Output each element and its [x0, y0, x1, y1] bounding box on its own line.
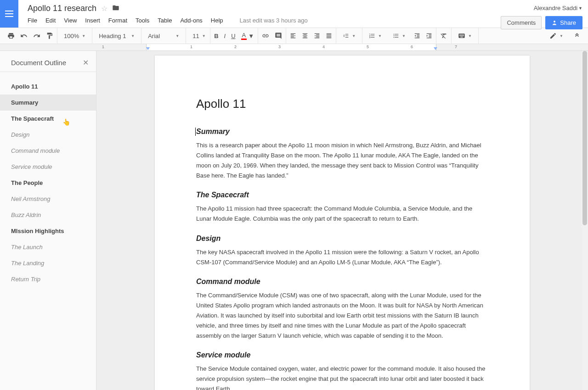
toolbar: 100%▼ Heading 1▼ Arial▼ 11▼ B I U A▼ ▼	[0, 28, 588, 44]
outline-item[interactable]: Neil Armstrong	[0, 191, 96, 207]
font-size-select[interactable]: 11▼	[190, 33, 206, 39]
outline-item[interactable]: Summary	[0, 95, 96, 111]
ruler-number: 2	[234, 45, 237, 49]
document-canvas[interactable]: Apollo 11 SummaryThis is a research pape…	[96, 51, 588, 390]
ruler-number: 5	[367, 45, 369, 49]
svg-rect-2	[5, 16, 13, 17]
menu-file[interactable]: File	[28, 17, 37, 24]
outline-item[interactable]: Buzz Aldrin	[0, 207, 96, 223]
outline-title: Document Outline	[11, 59, 66, 67]
doc-heading-2[interactable]: The Spacecraft	[196, 191, 488, 199]
paint-format-icon[interactable]	[46, 32, 53, 39]
menu-edit[interactable]: Edit	[45, 17, 56, 24]
menu-view[interactable]: View	[64, 17, 77, 24]
outline-item[interactable]: Apollo 11	[0, 78, 96, 95]
ruler-number: 6	[411, 45, 413, 49]
ruler-number: 3	[278, 45, 281, 49]
ruler-number: 1	[190, 45, 192, 49]
ruler-number: 4	[322, 45, 325, 49]
outline-item[interactable]: Design	[0, 127, 96, 143]
doc-paragraph[interactable]: This is a research paper about the Apoll…	[196, 140, 488, 181]
input-tools-button[interactable]: ▼	[455, 32, 475, 39]
bulleted-list-button[interactable]: ▼	[390, 33, 408, 39]
doc-heading-2[interactable]: Design	[196, 234, 488, 243]
horizontal-ruler[interactable]: 11234567	[0, 44, 588, 51]
menu-table[interactable]: Table	[158, 17, 172, 24]
doc-paragraph[interactable]: The Command/Service Module (CSM) was one…	[196, 290, 488, 341]
outline-item[interactable]: MIssion Highlights	[0, 223, 96, 239]
outline-item[interactable]: Command module	[0, 143, 96, 159]
undo-icon[interactable]	[20, 32, 28, 39]
doc-paragraph[interactable]: The Apollo 11 mission had three spacecra…	[196, 204, 488, 224]
outline-item[interactable]: Service module	[0, 159, 96, 175]
align-left-icon[interactable]	[290, 33, 296, 39]
outline-item[interactable]: The Launch	[0, 239, 96, 255]
insert-comment-icon[interactable]	[275, 32, 282, 39]
increase-indent-icon[interactable]	[426, 33, 432, 39]
numbered-list-button[interactable]: ▼	[366, 33, 384, 39]
doc-paragraph[interactable]: The Service Module contained oxygen, wat…	[196, 364, 488, 390]
decrease-indent-icon[interactable]	[414, 33, 420, 39]
svg-rect-1	[5, 13, 13, 14]
menu-insert[interactable]: Insert	[85, 17, 100, 24]
share-button[interactable]: Share	[545, 16, 582, 29]
bold-button[interactable]: B	[214, 33, 218, 39]
scrollbar-thumb[interactable]	[582, 51, 587, 225]
menu-format[interactable]: Format	[108, 17, 127, 24]
menu-addons[interactable]: Add-ons	[180, 17, 202, 24]
doc-heading-2[interactable]: Command module	[196, 278, 488, 286]
svg-rect-0	[5, 11, 13, 11]
folder-icon[interactable]	[112, 4, 119, 13]
align-center-icon[interactable]	[302, 33, 308, 39]
outline-item[interactable]: The Landing	[0, 255, 96, 271]
account-name[interactable]: Alexandre Saddi ▼	[534, 5, 582, 11]
outline-item[interactable]: The People	[0, 175, 96, 191]
redo-icon[interactable]	[33, 32, 40, 39]
doc-heading-2[interactable]: Summary	[196, 128, 488, 136]
outline-item[interactable]: Return Trip	[0, 271, 96, 287]
insert-link-icon[interactable]	[262, 32, 269, 39]
menu-tools[interactable]: Tools	[136, 17, 149, 24]
text-color-button[interactable]: A▼	[241, 32, 254, 40]
italic-button[interactable]: I	[224, 33, 226, 39]
title-bar: Apollo 11 research ☆ File Edit View Inse…	[0, 0, 588, 28]
zoom-select[interactable]: 100%▼	[61, 33, 88, 39]
clear-formatting-icon[interactable]	[440, 32, 447, 39]
align-justify-icon[interactable]	[326, 33, 332, 39]
doc-paragraph[interactable]: The key NASA spacecraft involved in the …	[196, 247, 488, 267]
paragraph-style-select[interactable]: Heading 1▼	[96, 33, 137, 39]
outline-item[interactable]: The Spacecraft	[0, 111, 96, 127]
menu-help[interactable]: Help	[211, 17, 223, 24]
document-title[interactable]: Apollo 11 research	[28, 4, 96, 13]
close-outline-icon[interactable]: ✕	[83, 58, 89, 67]
underline-button[interactable]: U	[231, 33, 235, 39]
line-spacing-button[interactable]: ▼	[340, 33, 358, 39]
align-right-icon[interactable]	[314, 33, 320, 39]
page[interactable]: Apollo 11 SummaryThis is a research pape…	[155, 56, 530, 390]
last-edit-text: Last edit was 3 hours ago	[240, 17, 308, 24]
document-outline-panel: Document Outline ✕ Apollo 11SummaryThe S…	[0, 51, 96, 390]
editing-mode-button[interactable]: ▼	[547, 32, 566, 39]
doc-heading-2[interactable]: Service module	[196, 351, 488, 359]
font-select[interactable]: Arial▼	[145, 33, 182, 39]
docs-home-button[interactable]	[0, 0, 18, 28]
print-icon[interactable]	[7, 32, 15, 39]
comments-button[interactable]: Comments	[501, 16, 542, 29]
ruler-number: 7	[455, 45, 457, 49]
doc-heading-1[interactable]: Apollo 11	[196, 97, 488, 111]
star-icon[interactable]: ☆	[101, 4, 107, 13]
ruler-number: 1	[102, 45, 104, 49]
collapse-toolbar-icon[interactable]	[573, 32, 581, 39]
